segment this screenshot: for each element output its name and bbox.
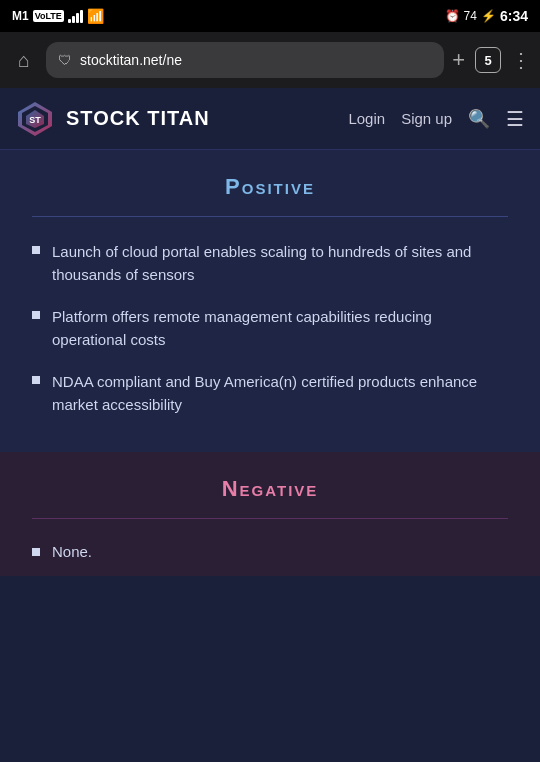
negative-section: Negative None. xyxy=(0,452,540,576)
positive-bullet-1: Launch of cloud portal enables scaling t… xyxy=(52,241,508,286)
alarm-icon: ⏰ xyxy=(445,9,460,23)
clock-time: 6:34 xyxy=(500,8,528,24)
site-logo-icon: ST xyxy=(16,100,54,138)
negative-bullet-text: None. xyxy=(52,543,92,560)
negative-bullet-1: None. xyxy=(32,543,508,560)
new-tab-button[interactable]: + xyxy=(452,47,465,73)
positive-section: Positive Launch of cloud portal enables … xyxy=(0,150,540,452)
tab-count-badge[interactable]: 5 xyxy=(475,47,501,73)
bullet-icon xyxy=(32,548,40,556)
browser-chrome: ⌂ 🛡 stocktitan.net/ne + 5 ⋮ xyxy=(0,32,540,88)
site-security-icon: 🛡 xyxy=(58,52,72,68)
charging-icon: ⚡ xyxy=(481,9,496,23)
home-button[interactable]: ⌂ xyxy=(10,49,38,72)
search-icon[interactable]: 🔍 xyxy=(468,108,490,130)
negative-divider xyxy=(32,518,508,519)
positive-section-title: Positive xyxy=(32,174,508,200)
status-right: ⏰ 74 ⚡ 6:34 xyxy=(445,8,528,24)
login-button[interactable]: Login xyxy=(348,110,385,127)
list-item: Launch of cloud portal enables scaling t… xyxy=(32,241,508,286)
bullet-icon xyxy=(32,376,40,384)
signup-button[interactable]: Sign up xyxy=(401,110,452,127)
positive-divider xyxy=(32,216,508,217)
list-item: Platform offers remote management capabi… xyxy=(32,306,508,351)
list-item: NDAA compliant and Buy America(n) certif… xyxy=(32,371,508,416)
negative-section-title: Negative xyxy=(32,476,508,502)
hamburger-menu-icon[interactable]: ☰ xyxy=(506,107,524,131)
positive-bullet-list: Launch of cloud portal enables scaling t… xyxy=(32,241,508,416)
status-bar: M1 VoLTE 📶 ⏰ 74 ⚡ 6:34 xyxy=(0,0,540,32)
status-left: M1 VoLTE 📶 xyxy=(12,8,104,24)
site-title: STOCK TITAN xyxy=(66,107,336,130)
svg-text:ST: ST xyxy=(29,115,41,125)
url-bar[interactable]: 🛡 stocktitan.net/ne xyxy=(46,42,444,78)
bullet-icon xyxy=(32,311,40,319)
browser-actions: + 5 ⋮ xyxy=(452,47,530,73)
main-content: Positive Launch of cloud portal enables … xyxy=(0,150,540,762)
positive-bullet-2: Platform offers remote management capabi… xyxy=(52,306,508,351)
wifi-icon: 📶 xyxy=(87,8,104,24)
bullet-icon xyxy=(32,246,40,254)
site-header: ST STOCK TITAN Login Sign up 🔍 ☰ xyxy=(0,88,540,150)
url-text: stocktitan.net/ne xyxy=(80,52,182,68)
browser-menu-button[interactable]: ⋮ xyxy=(511,48,530,72)
volte-badge: VoLTE xyxy=(33,10,64,22)
battery-level: 74 xyxy=(464,9,477,23)
operator-text: M1 xyxy=(12,9,29,23)
nav-links: Login Sign up 🔍 ☰ xyxy=(348,107,524,131)
positive-bullet-3: NDAA compliant and Buy America(n) certif… xyxy=(52,371,508,416)
signal-bars-icon xyxy=(68,9,83,23)
